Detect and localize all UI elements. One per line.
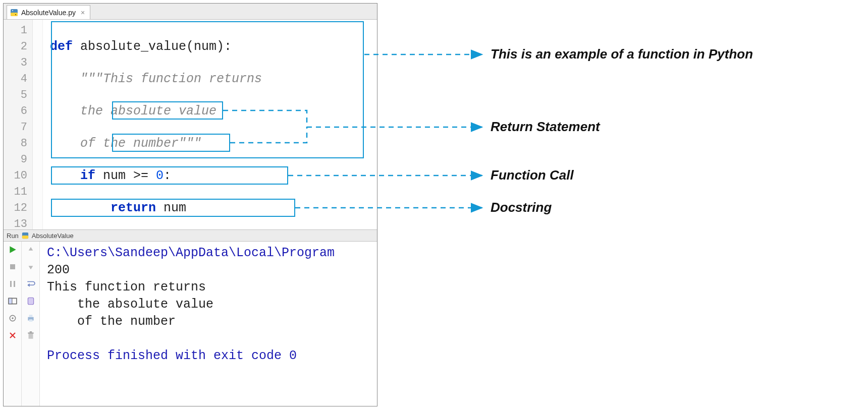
tab-bar: AbsoluteValue.py × xyxy=(4,4,377,20)
annotation-return-statement: Return Statement xyxy=(491,119,600,135)
svg-marker-17 xyxy=(28,266,33,269)
svg-rect-23 xyxy=(28,334,33,339)
code-text: absolute_value(num): xyxy=(73,39,232,54)
line-number: 5 xyxy=(4,87,27,103)
line-number: 4 xyxy=(4,71,27,87)
run-label: Run xyxy=(7,232,19,240)
line-number: 11 xyxy=(4,184,27,200)
line-number: 2 xyxy=(4,39,27,55)
number-literal: 0 xyxy=(156,168,164,183)
line-number: 12 xyxy=(4,200,27,216)
file-tab-label: AbsoluteValue.py xyxy=(21,9,76,17)
console-output[interactable]: C:\Users\Sandeep\AppData\Local\Program 2… xyxy=(40,242,377,406)
line-number: 8 xyxy=(4,136,27,152)
annotation-docstring: Docstring xyxy=(491,200,552,215)
code-area[interactable]: def absolute_value(num): """This functio… xyxy=(43,20,377,229)
ide-window: AbsoluteValue.py × 1 2 3 4 5 6 7 8 9 10 … xyxy=(3,3,377,406)
svg-point-13 xyxy=(12,317,13,319)
fold-gutter xyxy=(33,20,43,229)
svg-rect-19 xyxy=(28,298,33,305)
svg-rect-1 xyxy=(11,13,18,16)
keyword-return: return xyxy=(111,201,156,215)
svg-marker-6 xyxy=(10,246,16,253)
line-number: 10 xyxy=(4,168,27,184)
code-text: : xyxy=(164,168,171,183)
svg-rect-7 xyxy=(10,264,15,269)
svg-rect-5 xyxy=(22,236,28,239)
trash-icon[interactable] xyxy=(26,330,36,340)
svg-marker-18 xyxy=(27,283,30,287)
svg-rect-8 xyxy=(10,281,12,287)
console-panel: C:\Users\Sandeep\AppData\Local\Program 2… xyxy=(4,242,377,406)
svg-rect-25 xyxy=(29,331,32,332)
arrow-up-icon[interactable] xyxy=(26,245,36,255)
line-number: 3 xyxy=(4,55,27,71)
svg-rect-22 xyxy=(29,319,32,322)
arrow-down-icon[interactable] xyxy=(26,262,36,272)
svg-point-2 xyxy=(12,10,13,11)
file-tab[interactable]: AbsoluteValue.py × xyxy=(7,5,90,19)
annotation-function-call: Function Call xyxy=(491,167,574,183)
target-icon[interactable] xyxy=(8,313,18,323)
python-file-icon xyxy=(10,9,18,17)
code-text: num >= xyxy=(95,168,156,183)
run-icon[interactable] xyxy=(8,245,18,255)
svg-rect-21 xyxy=(29,315,32,317)
line-number: 13 xyxy=(4,216,27,229)
line-number: 1 xyxy=(4,23,27,39)
wrap-icon[interactable] xyxy=(26,279,36,289)
run-config-name: AbsoluteValue xyxy=(32,232,74,240)
run-toolbar-right xyxy=(22,242,40,406)
annotation-function-example: This is an example of a function in Pyth… xyxy=(491,46,753,62)
line-number: 7 xyxy=(4,120,27,136)
docstring-text: """This function returns xyxy=(50,72,262,86)
line-number: 6 xyxy=(4,103,27,120)
keyword-if: if xyxy=(80,168,95,183)
print-icon[interactable] xyxy=(26,313,36,323)
tab-close-icon[interactable]: × xyxy=(81,9,85,17)
docstring-text: of the number""" xyxy=(50,136,201,151)
code-editor[interactable]: 1 2 3 4 5 6 7 8 9 10 11 12 13 def absolu… xyxy=(4,20,377,229)
pause-icon[interactable] xyxy=(8,279,18,289)
scroll-icon[interactable] xyxy=(26,296,36,306)
run-tool-header: Run AbsoluteValue xyxy=(4,229,377,242)
line-number: 9 xyxy=(4,152,27,168)
svg-rect-24 xyxy=(28,332,33,333)
line-number-gutter: 1 2 3 4 5 6 7 8 9 10 11 12 13 xyxy=(4,20,33,229)
stop-icon[interactable] xyxy=(8,262,18,272)
code-text: num xyxy=(156,201,186,215)
svg-marker-16 xyxy=(28,247,33,251)
svg-rect-11 xyxy=(9,298,12,304)
svg-rect-9 xyxy=(14,281,15,287)
keyword-def: def xyxy=(50,39,73,54)
close-icon[interactable] xyxy=(8,330,18,340)
svg-point-3 xyxy=(15,14,16,15)
layout-icon[interactable] xyxy=(8,296,18,306)
python-icon xyxy=(22,232,29,239)
docstring-text: the absolute value xyxy=(50,104,216,119)
run-toolbar-left xyxy=(4,242,22,406)
